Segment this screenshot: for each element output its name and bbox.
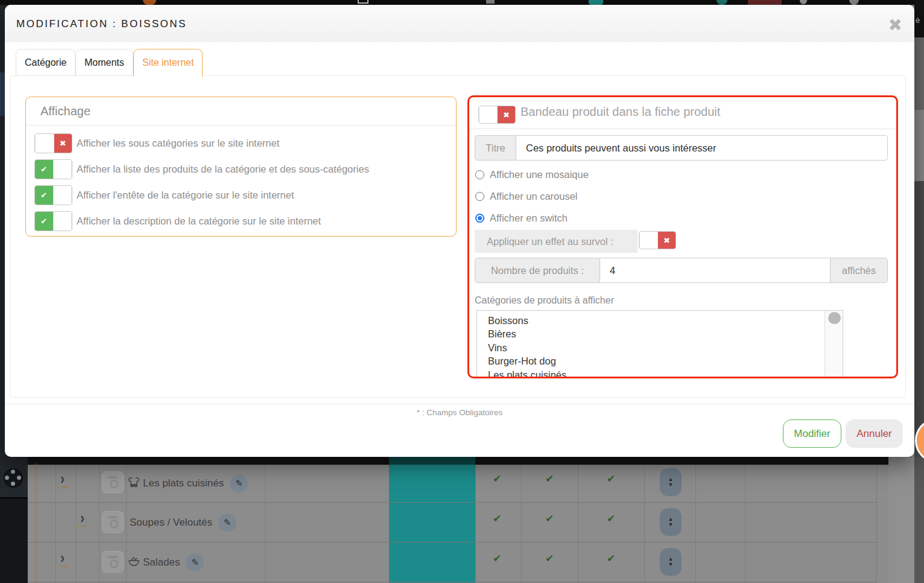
- scrollbar-thumb[interactable]: [828, 312, 841, 324]
- user-icon: [800, 0, 807, 4]
- edit-category-button[interactable]: ✎: [230, 474, 248, 492]
- expand-chevron[interactable]: ›: [80, 511, 84, 525]
- expand-chevron[interactable]: ›: [60, 472, 65, 486]
- image-placeholder-icon[interactable]: [102, 471, 124, 493]
- nombre-produits-input[interactable]: [600, 258, 831, 283]
- image-placeholder-icon[interactable]: [102, 511, 124, 533]
- grid-line: [578, 465, 578, 583]
- toggle-liste-produits[interactable]: ✔: [34, 159, 72, 179]
- check-icon: ✔: [35, 212, 53, 231]
- cancel-button[interactable]: Annuler: [846, 419, 903, 448]
- panel-bandeau-produit: ✖ Bandeau produit dans la fiche produit …: [467, 95, 898, 378]
- cross-icon: ✖: [498, 106, 515, 123]
- check-icon: ✔: [493, 512, 501, 525]
- sidebar-divider: [0, 497, 28, 583]
- tab-site-internet[interactable]: Site internet: [133, 49, 203, 77]
- toggle-description[interactable]: ✔: [34, 211, 72, 231]
- check-icon: ✔: [545, 552, 554, 565]
- grid-line: [55, 465, 56, 583]
- reorder-button[interactable]: ▲ ▼: [660, 548, 682, 576]
- panel-separator: [469, 129, 896, 129]
- titre-label: Titre: [475, 135, 516, 161]
- grid-line: [28, 542, 876, 543]
- background-right-edge-top: è: [914, 0, 924, 37]
- radio-row-switch[interactable]: Afficher en switch: [475, 212, 568, 223]
- expand-chevron[interactable]: ›: [60, 551, 65, 565]
- check-icon: ✔: [493, 552, 501, 565]
- grid-line: [75, 465, 76, 583]
- list-item[interactable]: Les plats cuisinés: [477, 368, 843, 378]
- nombre-produits-suffix: affichés: [831, 258, 888, 283]
- sort-down-icon: ▼: [668, 482, 674, 488]
- radio-switch[interactable]: [475, 214, 484, 223]
- titre-input[interactable]: [516, 135, 888, 161]
- check-icon: ✔: [545, 512, 554, 525]
- grid-line: [644, 465, 645, 583]
- modify-button[interactable]: Modifier: [783, 419, 841, 448]
- panel-title: Affichage: [40, 104, 90, 118]
- toggle-entete[interactable]: ✔: [34, 185, 72, 205]
- radio-label: Afficher en switch: [490, 212, 568, 224]
- toggle-bandeau[interactable]: ✖: [478, 106, 516, 124]
- image-placeholder-icon[interactable]: [102, 551, 124, 573]
- list-item[interactable]: Boissons: [477, 314, 843, 327]
- categories-list-label: Catégories de produits à afficher: [475, 295, 614, 306]
- scrollbar-track[interactable]: [824, 311, 843, 378]
- radio-label: Afficher un carousel: [490, 191, 578, 202]
- panel-title: Bandeau produit dans la fiche produit: [521, 105, 720, 119]
- check-icon: ✔: [545, 473, 554, 485]
- tab-categorie[interactable]: Catégorie: [16, 49, 75, 76]
- required-fields-note: * : Champs Obligatoires: [5, 408, 914, 417]
- toggle-label: Afficher les sous catégories sur le site…: [77, 138, 279, 149]
- check-icon: ✔: [493, 473, 501, 485]
- tab-moments[interactable]: Moments: [75, 49, 133, 76]
- status-circle-icon: [717, 0, 727, 5]
- grid-line: [745, 465, 745, 583]
- reorder-button[interactable]: ▲ ▼: [660, 508, 682, 536]
- check-icon: ✔: [35, 160, 53, 179]
- edit-category-button[interactable]: ✎: [186, 553, 204, 572]
- category-row-label: Les plats cuisinés ✎: [128, 474, 248, 492]
- modal-modification-boissons: MODIFICATION : BOISSONS ✖ Catégorie Mome…: [5, 5, 914, 457]
- edit-category-button[interactable]: ✎: [218, 514, 236, 532]
- radio-mosaique[interactable]: [475, 170, 484, 179]
- reorder-button[interactable]: ▲ ▼: [660, 468, 682, 496]
- check-icon: ✔: [607, 512, 615, 525]
- tree-guide-line: [34, 463, 35, 583]
- grid-line: [876, 465, 877, 583]
- toggle-label: Afficher l'entête de la catégorie sur le…: [77, 190, 294, 201]
- toggle-icon: [589, 0, 603, 5]
- grid-line: [475, 465, 476, 583]
- toggle-sous-categories[interactable]: ✖: [34, 133, 72, 153]
- grid-line: [99, 465, 100, 583]
- category-row-label: Salades ✎: [128, 553, 204, 572]
- salad-bowl-icon: [128, 557, 139, 569]
- background-right-edge: [914, 110, 924, 181]
- radio-row-mosaique[interactable]: Afficher une mosaique: [475, 169, 589, 180]
- background-topbar: [0, 0, 924, 5]
- toggle-label: Afficher la liste des produits de la cat…: [77, 164, 369, 175]
- radio-label: Afficher une mosaique: [490, 169, 589, 180]
- nombre-produits-label: Nombre de produits :: [475, 258, 600, 283]
- grid-line: [28, 502, 876, 503]
- monitor-icon: [358, 0, 369, 4]
- cross-icon: ✖: [658, 232, 676, 249]
- radio-row-carousel[interactable]: Afficher un carousel: [475, 191, 578, 202]
- grid-line: [126, 465, 127, 583]
- toggle-survol[interactable]: ✖: [639, 231, 676, 249]
- panel-separator: [26, 125, 456, 126]
- grid-line: [265, 465, 265, 583]
- tree-guide-line: [37, 463, 37, 583]
- categories-multiselect[interactable]: Boissons Bières Vins Burger-Hot dog Les …: [476, 310, 843, 378]
- alert-badge: [748, 0, 782, 5]
- grid-line: [28, 582, 876, 582]
- cross-icon: ✖: [54, 134, 72, 153]
- chevron-underline: [58, 565, 67, 567]
- close-icon[interactable]: ✖: [888, 15, 902, 35]
- list-item[interactable]: Vins: [477, 341, 843, 354]
- list-item[interactable]: Bières: [477, 327, 843, 340]
- background-right-edge: [914, 37, 924, 110]
- list-item[interactable]: Burger-Hot dog: [477, 354, 843, 368]
- radio-carousel[interactable]: [475, 192, 484, 201]
- sort-down-icon: ▼: [668, 562, 674, 567]
